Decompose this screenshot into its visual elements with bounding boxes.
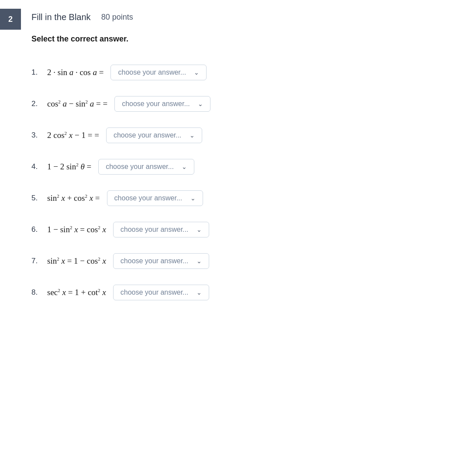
dropdown-3[interactable]: choose your answer... ⌄ xyxy=(106,127,202,143)
math-expression-6: 1 − sin2 x = cos2 x xyxy=(47,225,106,234)
dropdown-placeholder-2: choose your answer... xyxy=(122,100,193,108)
question-content: Fill in the Blank 80 points Select the c… xyxy=(31,9,476,308)
chevron-down-icon-5: ⌄ xyxy=(190,195,196,202)
chevron-down-icon-7: ⌄ xyxy=(197,258,202,265)
dropdown-placeholder-1: choose your answer... xyxy=(118,69,189,76)
answer-item-3: 3. 2 cos2 x − 1 = = choose your answer..… xyxy=(31,120,476,151)
item-number-5: 5. xyxy=(31,194,42,203)
chevron-down-icon-3: ⌄ xyxy=(190,132,195,139)
question-number-badge: 2 xyxy=(0,9,21,30)
dropdown-8[interactable]: choose your answer... ⌄ xyxy=(113,285,209,300)
math-expression-7: sin2 x = 1 − cos2 x xyxy=(47,256,106,266)
math-expression-1: 2 · sin a · cos a = xyxy=(47,68,103,77)
question-container: 2 Fill in the Blank 80 points Select the… xyxy=(0,0,476,308)
dropdown-4[interactable]: choose your answer... ⌄ xyxy=(98,159,194,175)
item-number-6: 6. xyxy=(31,225,42,234)
item-number-2: 2. xyxy=(31,100,42,108)
item-number-7: 7. xyxy=(31,257,42,265)
chevron-down-icon-6: ⌄ xyxy=(197,226,202,233)
answer-item-1: 1. 2 · sin a · cos a = choose your answe… xyxy=(31,57,476,88)
chevron-down-icon-1: ⌄ xyxy=(194,69,199,76)
dropdown-5[interactable]: choose your answer... ⌄ xyxy=(107,190,203,206)
dropdown-placeholder-5: choose your answer... xyxy=(114,194,185,202)
chevron-down-icon-2: ⌄ xyxy=(198,100,203,107)
dropdown-placeholder-7: choose your answer... xyxy=(121,257,191,265)
math-expression-2: cos2 a − sin2 a = = xyxy=(47,99,107,109)
answer-item-4: 4. 1 − 2 sin2 θ = choose your answer... … xyxy=(31,151,476,182)
answer-items: 1. 2 · sin a · cos a = choose your answe… xyxy=(31,57,476,308)
question-type: Fill in the Blank xyxy=(31,12,91,22)
item-number-4: 4. xyxy=(31,162,42,171)
answer-item-7: 7. sin2 x = 1 − cos2 x choose your answe… xyxy=(31,245,476,277)
answer-item-2: 2. cos2 a − sin2 a = = choose your answe… xyxy=(31,88,476,120)
instruction: Select the correct answer. xyxy=(31,34,476,44)
dropdown-1[interactable]: choose your answer... ⌄ xyxy=(110,65,207,80)
answer-item-8: 8. sec2 x = 1 + cot2 x choose your answe… xyxy=(31,277,476,308)
dropdown-6[interactable]: choose your answer... ⌄ xyxy=(113,222,209,237)
dropdown-placeholder-3: choose your answer... xyxy=(114,131,184,139)
math-expression-5: sin2 x + cos2 x = xyxy=(47,193,100,203)
dropdown-placeholder-8: choose your answer... xyxy=(121,289,191,296)
item-number-3: 3. xyxy=(31,131,42,140)
math-expression-8: sec2 x = 1 + cot2 x xyxy=(47,288,106,297)
answer-item-6: 6. 1 − sin2 x = cos2 x choose your answe… xyxy=(31,214,476,245)
item-number-8: 8. xyxy=(31,288,42,297)
answer-item-5: 5. sin2 x + cos2 x = choose your answer.… xyxy=(31,182,476,214)
chevron-down-icon-8: ⌄ xyxy=(197,289,202,296)
dropdown-placeholder-4: choose your answer... xyxy=(106,163,176,171)
chevron-down-icon-4: ⌄ xyxy=(182,163,187,170)
item-number-1: 1. xyxy=(31,68,42,77)
dropdown-7[interactable]: choose your answer... ⌄ xyxy=(113,253,209,269)
question-header: Fill in the Blank 80 points xyxy=(31,12,476,22)
math-expression-4: 1 − 2 sin2 θ = xyxy=(47,162,91,172)
math-expression-3: 2 cos2 x − 1 = = xyxy=(47,131,99,140)
question-points: 80 points xyxy=(101,13,133,22)
dropdown-2[interactable]: choose your answer... ⌄ xyxy=(114,96,210,112)
dropdown-placeholder-6: choose your answer... xyxy=(121,226,191,234)
